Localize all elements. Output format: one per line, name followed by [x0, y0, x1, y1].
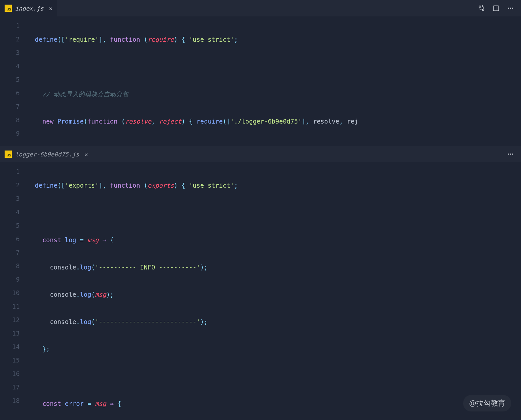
editor-body-1[interactable]: 1 2 3 4 5 6 7 8 9 define(['require'], fu… [0, 16, 521, 146]
svg-point-6 [512, 8, 513, 9]
svg-point-4 [508, 8, 509, 9]
js-file-icon: JS [5, 151, 12, 158]
split-editor-icon[interactable] [493, 5, 499, 12]
tab-actions-2 [507, 146, 521, 162]
code-area-2[interactable]: define(['exports'], function (exports) {… [29, 162, 521, 420]
tab-bar: JS index.js ✕ [0, 0, 521, 16]
line-gutter: 1 2 3 4 5 6 7 8 9 [0, 16, 29, 146]
editor-pane-1: JS index.js ✕ [0, 0, 521, 146]
watermark: @拉勾教育 [463, 395, 511, 411]
svg-point-0 [479, 6, 481, 8]
close-icon[interactable]: ✕ [84, 151, 88, 158]
code-area-1[interactable]: define(['require'], function (require) {… [29, 16, 521, 146]
svg-point-9 [512, 153, 513, 155]
line-gutter-2: 1 2 3 4 5 6 7 8 9 10 11 12 13 14 15 16 1… [0, 162, 29, 420]
tab-bar-2: JS logger-6b9e0d75.js ✕ [0, 146, 521, 162]
close-icon[interactable]: ✕ [49, 5, 53, 12]
tab-actions [478, 0, 521, 16]
more-icon[interactable] [507, 151, 514, 157]
tab-index-js[interactable]: JS index.js ✕ [0, 0, 57, 16]
svg-point-7 [508, 153, 509, 155]
tab-logger-js[interactable]: JS logger-6b9e0d75.js ✕ [0, 146, 93, 162]
compare-changes-icon[interactable] [478, 5, 485, 12]
editor-body-2[interactable]: 1 2 3 4 5 6 7 8 9 10 11 12 13 14 15 16 1… [0, 162, 521, 420]
js-file-icon: JS [5, 5, 12, 12]
tab-title: logger-6b9e0d75.js [15, 151, 79, 158]
more-icon[interactable] [507, 5, 514, 12]
tab-title: index.js [15, 5, 44, 12]
editor-pane-2: JS logger-6b9e0d75.js ✕ 1 2 3 4 5 6 7 8 … [0, 146, 521, 420]
svg-point-8 [510, 153, 511, 155]
svg-point-5 [510, 8, 511, 9]
svg-point-1 [483, 9, 484, 11]
